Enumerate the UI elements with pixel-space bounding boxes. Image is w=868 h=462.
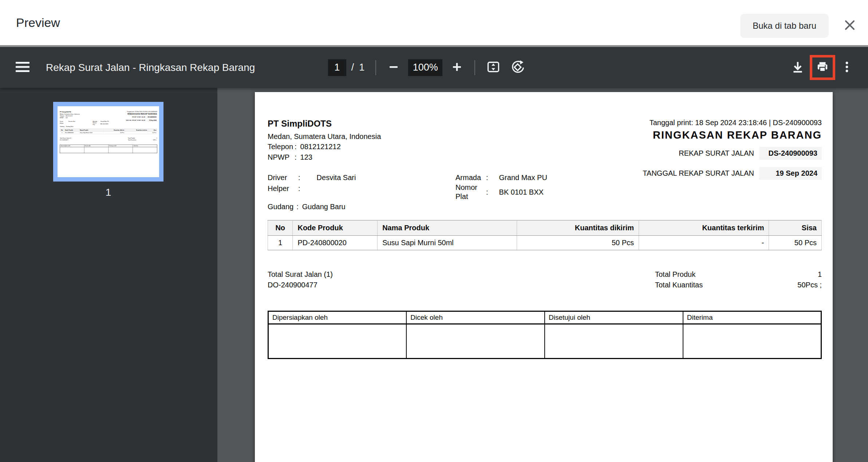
download-button[interactable] [791, 60, 805, 75]
more-options-button[interactable] [840, 60, 853, 75]
signature-column-header: Disetujui oleh [545, 311, 683, 324]
total-produk-value: 1 [818, 269, 822, 280]
zoom-level-input[interactable]: 100% [408, 59, 442, 76]
signature-empty-cell [545, 324, 683, 359]
product-table-row: 1PD-240800020Susu Sapi Murni 50ml50 Pcs-… [268, 236, 822, 250]
armada-block: Armada:Grand Max PU Nomor Plat:BK 0101 B… [455, 172, 547, 201]
close-button[interactable] [840, 16, 859, 35]
print-button[interactable] [816, 60, 829, 75]
signature-column-header: Dicek oleh [406, 311, 545, 324]
gudang-label: Gudang [268, 203, 293, 211]
pdf-toolbar: Rekap Surat Jalan - Ringkasan Rekap Bara… [0, 47, 868, 88]
signature-empty-cell [268, 324, 407, 359]
tanggal-rekap-label: TANGGAL REKAP SURAT JALAN [643, 169, 754, 178]
product-table-cell: - [639, 236, 769, 250]
hamburger-icon [15, 61, 30, 74]
company-address: Medan, Sumatera Utara, Indonesia [268, 131, 381, 142]
page-title: Preview [16, 16, 60, 30]
rotate-button[interactable] [510, 59, 525, 76]
signature-header-row: Dipersiapkan olehDicek olehDisetujui ole… [268, 311, 821, 324]
thumbnail-page-preview: PT SimpliDOTS Medan, Sumatera Utara, Ind… [58, 106, 159, 177]
document-page: PT SimpliDOTS Medan, Sumatera Utara, Ind… [255, 92, 833, 462]
preview-modal-header: Preview Buka di tab baru [0, 0, 868, 45]
print-timestamp: Tanggal print: 18 Sep 2024 23:18:46 | DS… [643, 119, 822, 127]
current-page-value: 1 [334, 62, 340, 73]
totals-section: Total Surat Jalan (1) DO-240900477 Total… [268, 269, 822, 290]
minus-icon [387, 60, 400, 75]
toolbar-divider [474, 60, 475, 75]
product-column-header: Kuantitas dikirim [517, 220, 639, 236]
total-produk-label: Total Produk [655, 269, 695, 280]
driver-value: Desvita Sari [317, 172, 356, 183]
phone-value: 0812121212 [300, 142, 341, 152]
product-table-cell: 1 [268, 236, 293, 250]
page-number-input[interactable]: 1 [328, 59, 346, 76]
thumbnail-page-number: 1 [53, 187, 163, 198]
print-icon [816, 60, 829, 75]
product-table-header-row: NoKode ProdukNama ProdukKuantitas dikiri… [268, 220, 822, 236]
rekap-label: REKAP SURAT JALAN [679, 149, 754, 158]
kebab-menu-icon [840, 60, 853, 75]
product-table: NoKode ProdukNama ProdukKuantitas dikiri… [268, 220, 822, 250]
signature-column-header: Diterima [683, 311, 821, 324]
close-icon [843, 18, 857, 33]
zoom-out-button[interactable] [387, 60, 400, 75]
plat-label: Nomor Plat [455, 183, 486, 201]
npwp-value: 123 [300, 152, 312, 162]
pdf-viewer-area[interactable]: PT SimpliDOTS Medan, Sumatera Utara, Ind… [217, 88, 868, 462]
product-table-cell: Susu Sapi Murni 50ml [378, 236, 517, 250]
fit-to-page-icon [486, 60, 501, 75]
product-column-header: Sisa [769, 220, 822, 236]
total-kuantitas-label: Total Kuantitas [655, 280, 703, 290]
company-block: PT SimpliDOTS Medan, Sumatera Utara, Ind… [268, 118, 381, 162]
phone-label: Telepon [268, 142, 295, 152]
download-icon [791, 60, 805, 75]
page-thumbnail[interactable]: PT SimpliDOTS Medan, Sumatera Utara, Ind… [53, 102, 163, 182]
total-surat-jalan: Total Surat Jalan (1) [268, 269, 333, 280]
toolbar-document-title: Rekap Surat Jalan - Ringkasan Rekap Bara… [46, 62, 255, 73]
npwp-label: NPWP [268, 152, 295, 162]
armada-label: Armada [455, 172, 486, 183]
signature-body-row [268, 324, 821, 359]
signature-empty-cell [406, 324, 545, 359]
gudang-block: Gudang:Gudang Baru [268, 203, 346, 211]
product-table-cell: 50 Pcs [517, 236, 639, 250]
total-kuantitas-value: 50Pcs ; [797, 280, 822, 290]
gudang-value: Gudang Baru [302, 203, 346, 211]
zoom-level-value: 100% [413, 62, 438, 73]
zoom-in-button[interactable] [450, 60, 463, 75]
product-table-body: 1PD-240800020Susu Sapi Murni 50ml50 Pcs-… [268, 236, 822, 250]
armada-value: Grand Max PU [499, 172, 547, 183]
product-table-cell: 50 Pcs [769, 236, 822, 250]
document-meta-block: Tanggal print: 18 Sep 2024 23:18:46 | DS… [643, 119, 822, 187]
open-in-new-tab-button[interactable]: Buka di tab baru [740, 14, 829, 38]
product-column-header: Nama Produk [378, 220, 517, 236]
tanggal-rekap-value: 19 Sep 2024 [759, 167, 822, 180]
menu-button[interactable] [15, 61, 30, 74]
fit-to-page-button[interactable] [486, 60, 501, 75]
plat-value: BK 0101 BXX [499, 187, 544, 198]
plus-icon [450, 60, 463, 75]
signature-empty-cell [683, 324, 821, 359]
rekap-number: DS-240900093 [759, 147, 822, 160]
driver-label: Driver [268, 172, 298, 183]
do-number: DO-240900477 [268, 280, 333, 290]
toolbar-divider [375, 60, 376, 75]
signature-table: Dipersiapkan olehDicek olehDisetujui ole… [268, 311, 822, 359]
driver-block: Driver:Desvita Sari Helper: [268, 172, 356, 194]
company-name: PT SimpliDOTS [268, 118, 381, 130]
product-column-header: Kuantitas terkirim [639, 220, 769, 236]
product-table-cell: PD-240800020 [293, 236, 378, 250]
total-pages-text: 1 [359, 62, 364, 73]
thumbnail-sidebar: PT SimpliDOTS Medan, Sumatera Utara, Ind… [0, 88, 217, 462]
open-in-new-tab-label: Buka di tab baru [753, 21, 816, 31]
header-divider [0, 45, 868, 47]
rotate-icon [510, 59, 525, 76]
product-column-header: Kode Produk [293, 220, 378, 236]
signature-column-header: Dipersiapkan oleh [268, 311, 407, 324]
helper-label: Helper [268, 183, 298, 194]
document-title: RINGKASAN REKAP BARANG [643, 129, 822, 141]
page-divider-text: / [351, 62, 354, 73]
product-column-header: No [268, 220, 293, 236]
